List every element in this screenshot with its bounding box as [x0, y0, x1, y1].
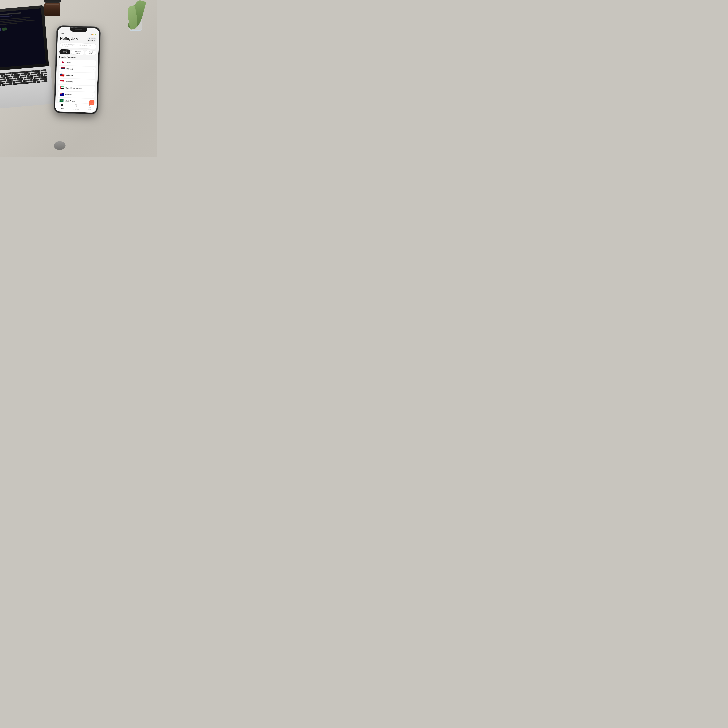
country-left: Indonesia — [60, 80, 73, 83]
malaysia-flag — [60, 73, 64, 76]
speaker — [75, 29, 82, 30]
country-name: Japan — [66, 61, 71, 63]
store-svg — [61, 104, 64, 107]
country-left: United Arab Emirates — [60, 86, 82, 90]
svg-rect-21 — [61, 87, 64, 89]
laptop-screen — [0, 5, 49, 74]
tab-global-esim[interactable]: Global eSIM — [85, 50, 96, 55]
search-placeholder: Search data packs for 200+ countries and… — [64, 44, 95, 48]
tabs-container: Local eSIMs Regional eSIMs Global eSIM — [60, 49, 96, 55]
svg-rect-22 — [61, 89, 64, 89]
list-item[interactable]: Malaysia › — [58, 72, 95, 79]
country-name: Indonesia — [66, 81, 73, 83]
laptop-screen-inner — [0, 8, 46, 68]
balance-label: 🏦 Airmoney — [88, 38, 95, 40]
list-item[interactable]: Australia › — [58, 91, 95, 98]
list-item[interactable]: Thailand › — [59, 66, 96, 73]
battery-icon: 🔋 — [95, 34, 96, 35]
country-name: Thailand — [66, 68, 73, 70]
phone-container: 2:46 📶 🔋 Hello, Jen — [54, 26, 101, 114]
candle-jar — [44, 0, 61, 16]
nav-esims-label: My eSIMs — [73, 108, 79, 110]
chevron-icon: › — [92, 88, 93, 90]
country-name: Australia — [65, 93, 72, 96]
signal-icon — [90, 34, 92, 35]
candle-body — [44, 3, 60, 16]
wifi-icon: 📶 — [92, 34, 94, 35]
chevron-icon: › — [93, 62, 94, 64]
uae-flag — [60, 86, 64, 89]
status-time: 2:46 — [61, 32, 64, 35]
search-icon — [61, 44, 63, 46]
laptop-body: fn F1 F2 🔇 🔊 ⏏ delete ` 1 2 3 4 5 6 7 8 — [0, 66, 54, 109]
list-item[interactable]: Indonesia › — [58, 78, 95, 86]
country-left: Australia — [60, 93, 72, 96]
app-header: Hello, Jen 🏦 Airmoney US$19.80 — [60, 36, 97, 43]
chat-fab[interactable] — [89, 100, 95, 106]
country-name: United Arab Emirates — [65, 87, 82, 90]
svg-rect-18 — [60, 81, 64, 83]
list-item[interactable]: Japan › — [59, 59, 96, 66]
indonesia-flag — [60, 80, 64, 83]
phone-notch — [70, 28, 87, 32]
country-left: Thailand — [61, 67, 73, 70]
nav-store[interactable]: Store — [55, 104, 69, 110]
profile-icon — [88, 105, 91, 109]
phone: 2:46 📶 🔋 Hello, Jen — [54, 26, 101, 114]
tab-regional-esims[interactable]: Regional eSIMs — [71, 49, 84, 55]
country-name: Malaysia — [66, 74, 73, 76]
japan-flag — [61, 61, 65, 64]
svg-rect-20 — [61, 86, 64, 87]
svg-rect-19 — [60, 86, 61, 89]
balance-badge: 🏦 Airmoney US$19.80 — [87, 37, 97, 43]
esims-svg — [74, 104, 78, 107]
country-list: Japan › — [58, 59, 96, 105]
country-name: Saudi Arabia — [65, 100, 75, 102]
svg-rect-7 — [61, 68, 65, 69]
nav-profile[interactable]: Profile — [83, 105, 97, 110]
nav-store-label: Store — [60, 108, 64, 109]
section-title: Popular Countries — [59, 56, 96, 60]
plant — [122, 0, 145, 44]
svg-rect-17 — [60, 80, 64, 81]
nav-my-esims[interactable]: My eSIMs — [69, 104, 83, 110]
tab-local-esims[interactable]: Local eSIMs — [60, 49, 70, 55]
thailand-flag — [61, 67, 65, 70]
candle-lid — [44, 0, 61, 3]
esims-icon — [74, 104, 78, 108]
country-left: Malaysia — [60, 73, 73, 77]
store-icon — [61, 104, 64, 108]
list-item[interactable]: United Arab Emirates › — [58, 85, 95, 92]
chevron-icon: › — [93, 69, 94, 71]
country-left: 🌙⚔️ Saudi Arabia — [60, 99, 75, 102]
chevron-icon: › — [93, 81, 93, 84]
search-bar[interactable]: Search data packs for 200+ countries and… — [60, 43, 96, 49]
chat-icon — [90, 101, 93, 104]
saudi-flag: 🌙⚔️ — [60, 99, 64, 102]
phone-screen: 2:46 📶 🔋 Hello, Jen — [55, 27, 99, 113]
laptop: fn F1 F2 🔇 🔊 ⏏ delete ` 1 2 3 4 5 6 7 8 — [0, 5, 57, 109]
nav-profile-label: Profile — [88, 109, 92, 110]
australia-flag — [60, 93, 64, 96]
bottom-object — [54, 141, 66, 150]
country-left: Japan — [61, 61, 71, 64]
greeting: Hello, Jen — [60, 36, 78, 41]
chevron-icon: › — [93, 75, 93, 77]
status-icons: 📶 🔋 — [90, 34, 96, 35]
chevron-icon: › — [92, 94, 93, 96]
balance-amount: US$19.80 — [88, 40, 95, 42]
